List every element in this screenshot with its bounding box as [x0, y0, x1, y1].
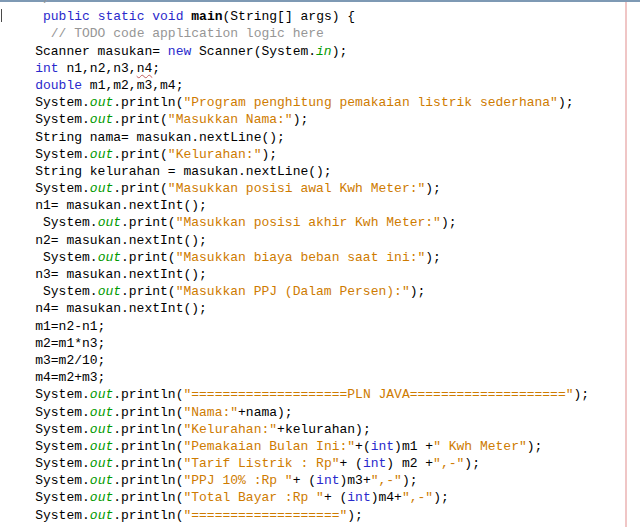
- code-token: out: [90, 147, 113, 162]
- code-token: );: [558, 95, 574, 110]
- code-token: )m1 +: [394, 439, 433, 454]
- code-token: System.: [4, 473, 90, 488]
- code-token: );: [347, 508, 363, 523]
- code-line: System.out.println("Kelurahan:"+keluraha…: [4, 421, 589, 438]
- code-token: main: [191, 9, 222, 24]
- code-token: .print(: [113, 147, 168, 162]
- code-line: */: [4, 0, 589, 8]
- code-token: out: [90, 456, 113, 471]
- code-line: System.out.println("Total Bayar :Rp "+ (…: [4, 489, 589, 506]
- code-token: new: [168, 44, 191, 59]
- code-token: [90, 9, 98, 24]
- code-token: out: [90, 422, 113, 437]
- code-token: ",-": [371, 473, 402, 488]
- right-margin-guide: [625, 0, 627, 527]
- code-token: "Nama:": [183, 405, 238, 420]
- code-token: int: [316, 473, 339, 488]
- code-token: .println(: [113, 405, 183, 420]
- code-token: System.: [4, 508, 90, 523]
- code-token: [4, 61, 35, 76]
- code-token: out: [90, 112, 113, 127]
- code-token: System.: [4, 456, 90, 471]
- code-line: m1=n2-n1;: [4, 318, 589, 335]
- code-token: )m4+: [371, 490, 402, 505]
- code-token: n3= masukan.nextInt();: [4, 267, 207, 282]
- code-token: out: [90, 181, 113, 196]
- code-token: [4, 26, 51, 41]
- code-line: m2=m1*n3;: [4, 335, 589, 352]
- code-token: ",-": [402, 490, 433, 505]
- code-token: System.: [4, 422, 90, 437]
- code-token: out: [90, 95, 113, 110]
- code-token: n4= masukan.nextInt();: [4, 301, 207, 316]
- code-token: out: [90, 387, 113, 402]
- code-token: .print(: [113, 112, 168, 127]
- code-token: "===================": [183, 508, 347, 523]
- code-line: m4=m2+m3;: [4, 369, 589, 386]
- code-token: out: [90, 439, 113, 454]
- code-token: .print(: [121, 284, 176, 299]
- error-underlined-token: n4: [137, 61, 153, 76]
- code-token: .print(: [121, 215, 176, 230]
- code-token: .println(: [113, 95, 183, 110]
- code-token: public: [43, 9, 90, 24]
- code-token: .println(: [113, 490, 183, 505]
- code-token: .println(: [113, 473, 183, 488]
- code-line: n1= masukan.nextInt();: [4, 197, 589, 214]
- code-line: n2= masukan.nextInt();: [4, 232, 589, 249]
- code-token: double: [35, 78, 82, 93]
- code-token: [4, 78, 35, 93]
- code-token: out: [98, 284, 121, 299]
- code-line: System.out.print("Masukkan Nama:");: [4, 111, 589, 128]
- code-line: System.out.print("Masukkan PPJ (Dalam Pe…: [4, 283, 589, 300]
- code-token: );: [425, 181, 441, 196]
- code-token: int: [371, 439, 394, 454]
- code-token: m1=n2-n1;: [4, 319, 105, 334]
- code-line: n4= masukan.nextInt();: [4, 300, 589, 317]
- code-token: [4, 9, 43, 24]
- code-token: "Masukkan posisi awal Kwh Meter:": [168, 181, 425, 196]
- code-line: System.out.println("==================="…: [4, 507, 589, 524]
- code-token: m1,m2,m3,m4;: [82, 78, 183, 93]
- code-token: "Masukkan biaya beban saat ini:": [176, 250, 426, 265]
- code-line: System.out.println("====================…: [4, 386, 589, 403]
- code-token: + (: [293, 473, 316, 488]
- code-line: String nama= masukan.nextLine();: [4, 129, 589, 146]
- code-token: "Program penghitung pemakaian listrik se…: [183, 95, 557, 110]
- code-token: "Masukkan PPJ (Dalam Persen):": [176, 284, 410, 299]
- code-line: System.out.println("Nama:"+nama);: [4, 404, 589, 421]
- code-token: // TODO code application logic here: [51, 26, 324, 41]
- code-token: +(: [355, 439, 371, 454]
- code-token: System.: [4, 147, 90, 162]
- code-line: System.out.print("Masukkan posisi akhir …: [4, 214, 589, 231]
- code-token: "Kelurahan:": [183, 422, 277, 437]
- code-area[interactable]: */ public static void main(String[] args…: [0, 0, 589, 524]
- code-token: static: [98, 9, 145, 24]
- code-token: "PPJ 10% :Rp ": [183, 473, 292, 488]
- code-token: .println(: [113, 508, 183, 523]
- code-token: int: [35, 61, 58, 76]
- code-token: out: [98, 215, 121, 230]
- code-token: );: [441, 215, 457, 230]
- code-line: System.out.print("Masukkan posisi awal K…: [4, 180, 589, 197]
- code-token: ;: [152, 61, 160, 76]
- code-token: m4=m2+m3;: [4, 370, 105, 385]
- code-token: );: [464, 456, 480, 471]
- code-token: +nama);: [238, 405, 293, 420]
- code-line: n3= masukan.nextInt();: [4, 266, 589, 283]
- code-line: public static void main(String[] args) {: [4, 8, 589, 25]
- code-editor[interactable]: */ public static void main(String[] args…: [0, 0, 640, 527]
- code-token: " Kwh Meter": [433, 439, 527, 454]
- code-token: (String[] args) {: [223, 9, 356, 24]
- code-line: System.out.println("Pemakaian Bulan Ini:…: [4, 438, 589, 455]
- code-token: .print(: [121, 250, 176, 265]
- code-token: */: [4, 0, 51, 7]
- code-token: );: [574, 387, 590, 402]
- code-token: .print(: [113, 181, 168, 196]
- code-line: System.out.print("Masukkan biaya beban s…: [4, 249, 589, 266]
- code-token: "Masukkan Nama:": [168, 112, 293, 127]
- fold-marker: [1, 9, 2, 22]
- code-token: "Kelurahan:": [168, 147, 262, 162]
- code-token: System.: [4, 439, 90, 454]
- code-token: ) m2 +: [386, 456, 433, 471]
